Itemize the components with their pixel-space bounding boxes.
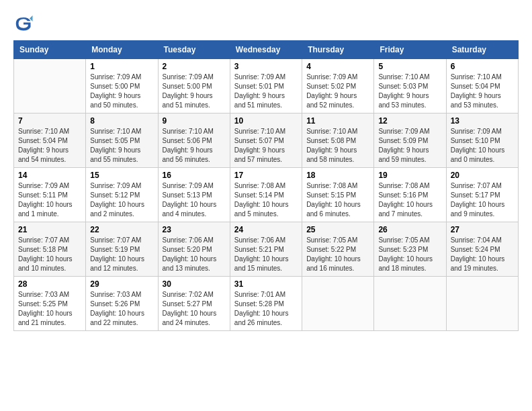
day-number: 29 — [90, 279, 153, 289]
day-info: Sunrise: 7:10 AMSunset: 5:05 PMDaylight:… — [90, 127, 153, 165]
calendar-cell: 8Sunrise: 7:10 AMSunset: 5:05 PMDaylight… — [86, 113, 158, 168]
calendar-cell: 30Sunrise: 7:02 AMSunset: 5:27 PMDayligh… — [158, 277, 230, 331]
calendar-cell: 6Sunrise: 7:10 AMSunset: 5:04 PMDaylight… — [446, 59, 518, 113]
day-number: 25 — [306, 225, 369, 234]
calendar-week-row: 21Sunrise: 7:07 AMSunset: 5:18 PMDayligh… — [14, 222, 519, 277]
calendar-cell: 23Sunrise: 7:06 AMSunset: 5:20 PMDayligh… — [158, 222, 230, 277]
calendar-cell: 5Sunrise: 7:10 AMSunset: 5:03 PMDaylight… — [374, 59, 446, 113]
day-info: Sunrise: 7:08 AMSunset: 5:16 PMDaylight:… — [378, 181, 441, 219]
day-number: 15 — [90, 171, 153, 180]
day-number: 19 — [378, 171, 441, 180]
calendar-cell: 14Sunrise: 7:09 AMSunset: 5:11 PMDayligh… — [14, 168, 86, 222]
day-number: 5 — [378, 62, 441, 71]
day-info: Sunrise: 7:09 AMSunset: 5:02 PMDaylight:… — [306, 73, 369, 110]
weekday-header-thursday: Thursday — [302, 41, 374, 59]
day-number: 18 — [306, 171, 369, 180]
day-info: Sunrise: 7:10 AMSunset: 5:06 PMDaylight:… — [163, 127, 226, 165]
day-info: Sunrise: 7:04 AMSunset: 5:24 PMDaylight:… — [451, 236, 514, 273]
calendar-cell: 24Sunrise: 7:06 AMSunset: 5:21 PMDayligh… — [230, 222, 302, 277]
day-number: 12 — [378, 116, 441, 126]
calendar-cell: 13Sunrise: 7:09 AMSunset: 5:10 PMDayligh… — [446, 113, 518, 168]
day-info: Sunrise: 7:10 AMSunset: 5:03 PMDaylight:… — [378, 73, 441, 110]
weekday-header-monday: Monday — [86, 41, 158, 59]
calendar-cell: 3Sunrise: 7:09 AMSunset: 5:01 PMDaylight… — [230, 59, 302, 113]
calendar-cell: 20Sunrise: 7:07 AMSunset: 5:17 PMDayligh… — [446, 168, 518, 222]
day-number: 22 — [90, 225, 153, 234]
day-info: Sunrise: 7:09 AMSunset: 5:10 PMDaylight:… — [451, 127, 514, 165]
day-number: 16 — [163, 171, 226, 180]
day-info: Sunrise: 7:07 AMSunset: 5:18 PMDaylight:… — [18, 236, 81, 273]
calendar-cell — [374, 277, 446, 331]
calendar-cell: 31Sunrise: 7:01 AMSunset: 5:28 PMDayligh… — [230, 277, 302, 331]
calendar-cell — [302, 277, 374, 331]
day-number: 3 — [234, 62, 298, 71]
day-number: 6 — [451, 62, 514, 71]
day-info: Sunrise: 7:09 AMSunset: 5:01 PMDaylight:… — [234, 73, 298, 110]
day-info: Sunrise: 7:10 AMSunset: 5:04 PMDaylight:… — [451, 73, 514, 110]
day-info: Sunrise: 7:02 AMSunset: 5:27 PMDaylight:… — [163, 290, 226, 328]
day-info: Sunrise: 7:08 AMSunset: 5:15 PMDaylight:… — [306, 181, 369, 219]
day-number: 11 — [306, 116, 369, 126]
calendar-table: SundayMondayTuesdayWednesdayThursdayFrid… — [13, 40, 519, 331]
calendar-cell: 15Sunrise: 7:09 AMSunset: 5:12 PMDayligh… — [86, 168, 158, 222]
day-number: 9 — [163, 116, 226, 126]
calendar-cell: 21Sunrise: 7:07 AMSunset: 5:18 PMDayligh… — [14, 222, 86, 277]
day-number: 26 — [378, 225, 441, 234]
calendar-cell: 17Sunrise: 7:08 AMSunset: 5:14 PMDayligh… — [230, 168, 302, 222]
calendar-week-row: 1Sunrise: 7:09 AMSunset: 5:00 PMDaylight… — [14, 59, 519, 113]
day-number: 7 — [18, 116, 81, 126]
day-info: Sunrise: 7:10 AMSunset: 5:07 PMDaylight:… — [234, 127, 298, 165]
calendar-cell: 19Sunrise: 7:08 AMSunset: 5:16 PMDayligh… — [374, 168, 446, 222]
day-info: Sunrise: 7:08 AMSunset: 5:14 PMDaylight:… — [234, 181, 298, 219]
calendar-cell — [446, 277, 518, 331]
calendar-cell: 9Sunrise: 7:10 AMSunset: 5:06 PMDaylight… — [158, 113, 230, 168]
day-info: Sunrise: 7:10 AMSunset: 5:04 PMDaylight:… — [18, 127, 81, 165]
day-info: Sunrise: 7:09 AMSunset: 5:11 PMDaylight:… — [18, 181, 81, 219]
calendar-cell: 22Sunrise: 7:07 AMSunset: 5:19 PMDayligh… — [86, 222, 158, 277]
day-number: 1 — [90, 62, 153, 71]
day-info: Sunrise: 7:09 AMSunset: 5:00 PMDaylight:… — [90, 73, 153, 110]
day-info: Sunrise: 7:06 AMSunset: 5:21 PMDaylight:… — [234, 236, 298, 273]
day-info: Sunrise: 7:07 AMSunset: 5:19 PMDaylight:… — [90, 236, 153, 273]
weekday-header-sunday: Sunday — [14, 41, 86, 59]
calendar-cell: 1Sunrise: 7:09 AMSunset: 5:00 PMDaylight… — [86, 59, 158, 113]
page-header — [13, 13, 519, 34]
calendar-cell: 26Sunrise: 7:05 AMSunset: 5:23 PMDayligh… — [374, 222, 446, 277]
logo — [13, 13, 36, 34]
day-info: Sunrise: 7:10 AMSunset: 5:08 PMDaylight:… — [306, 127, 369, 165]
day-info: Sunrise: 7:09 AMSunset: 5:00 PMDaylight:… — [163, 73, 226, 110]
day-info: Sunrise: 7:01 AMSunset: 5:28 PMDaylight:… — [234, 290, 298, 328]
logo-icon — [13, 13, 34, 34]
calendar-cell: 7Sunrise: 7:10 AMSunset: 5:04 PMDaylight… — [14, 113, 86, 168]
day-number: 14 — [18, 171, 81, 180]
day-number: 4 — [306, 62, 369, 71]
weekday-header-friday: Friday — [374, 41, 446, 59]
calendar-cell: 2Sunrise: 7:09 AMSunset: 5:00 PMDaylight… — [158, 59, 230, 113]
weekday-header-saturday: Saturday — [446, 41, 518, 59]
day-number: 21 — [18, 225, 81, 234]
calendar-cell: 18Sunrise: 7:08 AMSunset: 5:15 PMDayligh… — [302, 168, 374, 222]
day-info: Sunrise: 7:07 AMSunset: 5:17 PMDaylight:… — [451, 181, 514, 219]
calendar-cell: 4Sunrise: 7:09 AMSunset: 5:02 PMDaylight… — [302, 59, 374, 113]
day-number: 20 — [451, 171, 514, 180]
weekday-header-wednesday: Wednesday — [230, 41, 302, 59]
calendar-week-row: 28Sunrise: 7:03 AMSunset: 5:25 PMDayligh… — [14, 277, 519, 331]
day-number: 28 — [18, 279, 81, 289]
day-number: 17 — [234, 171, 298, 180]
day-number: 27 — [451, 225, 514, 234]
day-info: Sunrise: 7:05 AMSunset: 5:22 PMDaylight:… — [306, 236, 369, 273]
weekday-header-tuesday: Tuesday — [158, 41, 230, 59]
calendar-cell: 27Sunrise: 7:04 AMSunset: 5:24 PMDayligh… — [446, 222, 518, 277]
day-number: 30 — [163, 279, 226, 289]
calendar-cell: 29Sunrise: 7:03 AMSunset: 5:26 PMDayligh… — [86, 277, 158, 331]
calendar-cell: 10Sunrise: 7:10 AMSunset: 5:07 PMDayligh… — [230, 113, 302, 168]
calendar-cell: 28Sunrise: 7:03 AMSunset: 5:25 PMDayligh… — [14, 277, 86, 331]
day-info: Sunrise: 7:05 AMSunset: 5:23 PMDaylight:… — [378, 236, 441, 273]
day-number: 13 — [451, 116, 514, 126]
day-info: Sunrise: 7:09 AMSunset: 5:09 PMDaylight:… — [378, 127, 441, 165]
day-info: Sunrise: 7:03 AMSunset: 5:26 PMDaylight:… — [90, 290, 153, 328]
calendar-cell: 16Sunrise: 7:09 AMSunset: 5:13 PMDayligh… — [158, 168, 230, 222]
day-info: Sunrise: 7:03 AMSunset: 5:25 PMDaylight:… — [18, 290, 81, 328]
weekday-header-row: SundayMondayTuesdayWednesdayThursdayFrid… — [14, 41, 519, 59]
calendar-cell — [14, 59, 86, 113]
